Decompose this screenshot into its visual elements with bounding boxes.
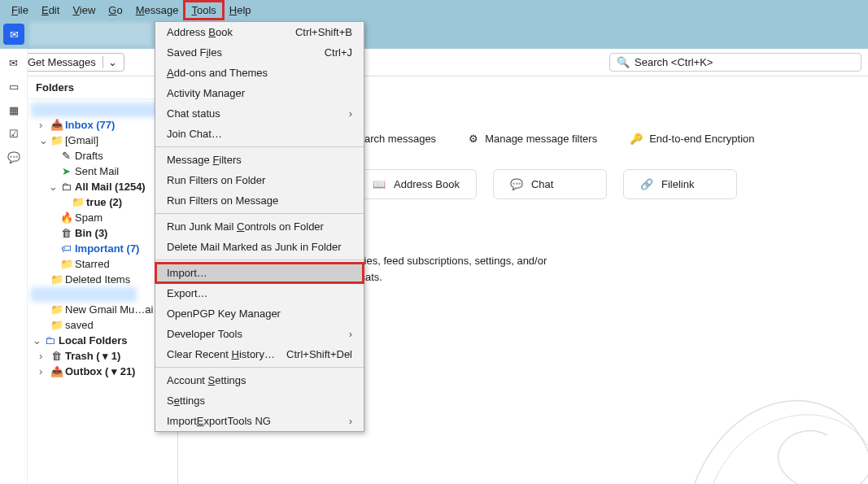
folder-important[interactable]: 🏷Important (7): [31, 241, 174, 256]
menu-bar: File Edit View Go Message Tools Help: [0, 0, 868, 20]
mi-account-settings[interactable]: Account Settings: [155, 370, 364, 390]
folder-starred[interactable]: 📁Starred: [31, 256, 174, 272]
menu-tools[interactable]: Tools: [185, 2, 222, 19]
mi-devtools[interactable]: Developer Tools›: [155, 324, 364, 344]
sliders-icon: ⚙: [469, 133, 478, 145]
folder-bin[interactable]: 🗑Bin (3): [31, 225, 174, 241]
separator: [155, 367, 364, 368]
filelink-card[interactable]: 🔗Filelink: [623, 169, 737, 199]
account-root[interactable]: [31, 102, 174, 117]
folder-sent[interactable]: ➤Sent Mail: [31, 164, 174, 179]
separator: [155, 213, 364, 214]
mi-importexporttools[interactable]: ImportExportTools NG›: [155, 411, 364, 431]
mi-join-chat[interactable]: Join Chat…: [155, 124, 364, 144]
main-toolbar: ✉ Get Messages ⌄ 🔍 Search <Ctrl+K>: [0, 49, 868, 76]
account-tab[interactable]: [29, 22, 151, 46]
mi-clear-history[interactable]: Clear Recent History…Ctrl+Shift+Del: [155, 344, 364, 364]
mail-icon[interactable]: ✉: [3, 24, 24, 45]
folder-trash[interactable]: ›🗑Trash ( ▾ 1): [31, 348, 174, 364]
folder-deleted[interactable]: 📁Deleted Items: [31, 272, 174, 287]
mi-run-message: Run Filters on Message: [155, 190, 364, 211]
folder-allmail[interactable]: ⌄🗀All Mail (1254): [31, 179, 174, 194]
mi-settings[interactable]: Settings: [155, 390, 364, 411]
tab-row: ✉: [0, 20, 868, 49]
link-icon: 🔗: [640, 178, 653, 190]
local-folders[interactable]: ⌄🗀Local Folders: [31, 333, 174, 348]
search-placeholder: Search <Ctrl+K>: [635, 56, 713, 68]
mi-address-book[interactable]: Address BookCtrl+Shift+B: [155, 22, 364, 42]
folder-gmail[interactable]: ⌄📁[Gmail]: [31, 133, 174, 148]
mi-delete-junk: Delete Mail Marked as Junk in Folder: [155, 237, 364, 257]
mi-openpgp[interactable]: OpenPGP Key Manager: [155, 303, 364, 324]
mi-chat-status: Chat status›: [155, 103, 364, 124]
folder-saved[interactable]: 📁saved: [31, 317, 174, 333]
chat-icon: 💬: [510, 178, 523, 190]
folder-inbox[interactable]: ›📥Inbox (77): [31, 117, 174, 133]
menu-help[interactable]: Help: [223, 2, 258, 19]
mi-message-filters[interactable]: Message Filters: [155, 150, 364, 170]
menu-go[interactable]: Go: [102, 2, 129, 19]
search-icon: 🔍: [617, 56, 630, 68]
manage-filters-link[interactable]: ⚙Manage message filters: [469, 133, 597, 145]
mi-import[interactable]: Import…: [155, 263, 364, 283]
mi-run-folder: Run Filters on Folder: [155, 170, 364, 190]
folder-outbox[interactable]: ›📤Outbox ( ▾ 21): [31, 364, 174, 379]
menu-edit[interactable]: Edit: [35, 2, 66, 19]
folder-spam[interactable]: 🔥Spam: [31, 210, 174, 225]
menu-view[interactable]: View: [66, 2, 102, 19]
chevron-down-icon[interactable]: ⌄: [103, 56, 117, 68]
mi-addons[interactable]: Add-ons and Themes: [155, 63, 364, 83]
mail-space-icon[interactable]: ✉: [9, 57, 18, 69]
key-icon: 🔑: [630, 133, 643, 145]
folder-hidden[interactable]: [31, 287, 137, 302]
e2e-encryption-link[interactable]: 🔑End-to-end Encryption: [630, 133, 754, 145]
tools-dropdown: Address BookCtrl+Shift+B Saved FilesCtrl…: [155, 21, 364, 432]
mi-saved-files[interactable]: Saved FilesCtrl+J: [155, 42, 364, 63]
menu-message[interactable]: Message: [129, 2, 185, 19]
mi-export[interactable]: Export…: [155, 283, 364, 303]
chat-card[interactable]: 💬Chat: [493, 169, 607, 199]
search-input[interactable]: 🔍 Search <Ctrl+K>: [609, 53, 861, 72]
menu-file[interactable]: File: [5, 2, 35, 19]
get-messages-label: Get Messages: [28, 56, 96, 68]
folder-drafts[interactable]: ✎Drafts: [31, 148, 174, 164]
separator: [155, 146, 364, 147]
addressbook-card[interactable]: 📖Address Book: [355, 169, 477, 199]
folder-newgmail[interactable]: 📁New Gmail Mu…ai…: [31, 302, 174, 317]
mi-activity[interactable]: Activity Manager: [155, 83, 364, 103]
mi-junk-controls: Run Junk Mail Controls on Folder: [155, 216, 364, 237]
folder-true[interactable]: 📁true (2): [31, 194, 174, 210]
decorative-swirl: [673, 321, 868, 484]
addressbook-icon: 📖: [373, 178, 386, 190]
separator: [155, 259, 364, 260]
